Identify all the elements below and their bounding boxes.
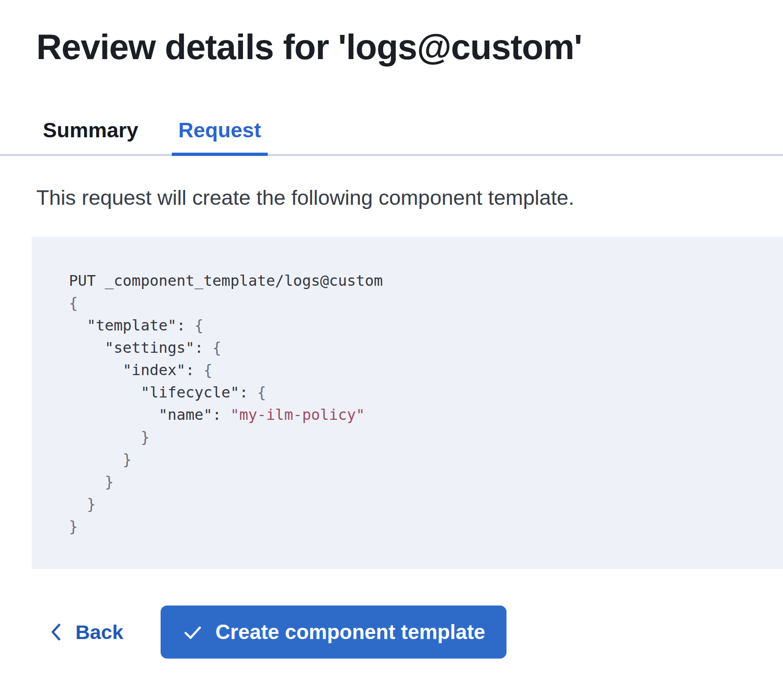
code-line: { [69, 292, 755, 314]
back-button-label: Back [75, 621, 123, 644]
code-line: } [69, 471, 755, 493]
code-line: } [69, 426, 755, 448]
request-description: This request will create the following c… [36, 185, 783, 211]
code-line: "name": "my-ilm-policy" [69, 404, 755, 426]
code-line: "index": { [69, 359, 755, 381]
tab-request[interactable]: Request [172, 114, 268, 156]
tabs: Summary Request [0, 114, 783, 156]
create-component-template-button[interactable]: Create component template [161, 606, 506, 659]
code-line: "settings": { [69, 337, 755, 359]
page-title: Review details for 'logs@custom' [36, 26, 783, 68]
code-content: PUT _component_template/logs@custom{ "te… [69, 269, 755, 538]
back-button[interactable]: Back [36, 606, 135, 659]
tab-summary[interactable]: Summary [36, 114, 145, 156]
check-icon [182, 621, 203, 643]
footer-actions: Back Create component template [36, 606, 783, 659]
code-line: } [69, 515, 755, 538]
create-button-label: Create component template [216, 620, 485, 644]
code-line: } [69, 493, 755, 515]
code-line: } [69, 448, 755, 471]
code-line: PUT _component_template/logs@custom [69, 269, 755, 292]
request-code-block: PUT _component_template/logs@custom{ "te… [32, 237, 783, 569]
code-line: "template": { [69, 314, 755, 337]
page-header: Review details for 'logs@custom' [0, 0, 783, 68]
code-line: "lifecycle": { [69, 381, 755, 404]
chevron-left-icon [47, 620, 65, 644]
